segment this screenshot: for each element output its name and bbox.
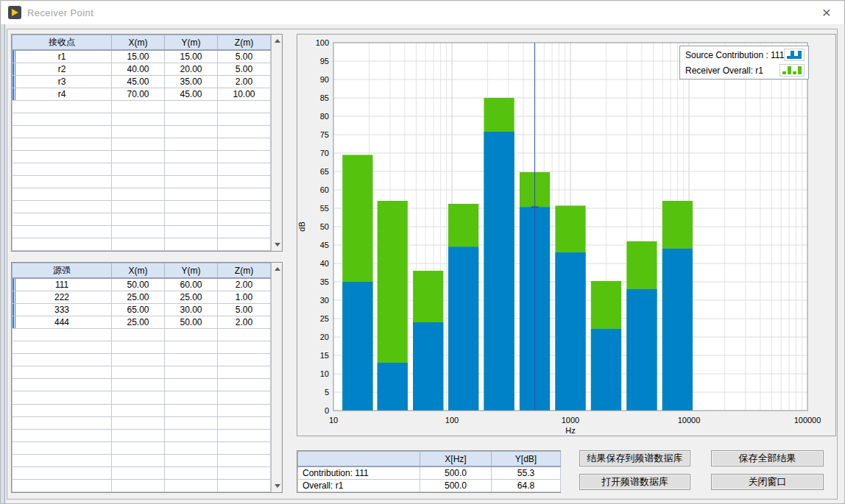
empty-cell[interactable]	[112, 329, 165, 341]
cell[interactable]: 50.00	[165, 316, 218, 329]
cell[interactable]: 2.00	[218, 316, 271, 329]
empty-cell[interactable]	[13, 163, 112, 176]
cell[interactable]: 1.00	[218, 291, 271, 304]
cell[interactable]: 60.00	[165, 278, 218, 291]
empty-cell[interactable]	[165, 341, 218, 354]
empty-cell[interactable]	[165, 188, 218, 201]
empty-cell[interactable]	[112, 379, 165, 391]
empty-cell[interactable]	[218, 329, 271, 341]
empty-cell[interactable]	[112, 126, 165, 138]
cell[interactable]: 45.00	[165, 88, 218, 101]
empty-cell[interactable]	[165, 354, 218, 366]
cell[interactable]: 35.00	[165, 76, 218, 88]
legend-entry[interactable]: Source Contribution : 111	[680, 47, 808, 63]
cell[interactable]: 222	[13, 291, 112, 304]
empty-cell[interactable]	[13, 101, 112, 113]
cell[interactable]: 25.00	[112, 291, 165, 304]
empty-cell[interactable]	[13, 329, 112, 341]
empty-cell[interactable]	[165, 163, 218, 176]
empty-cell[interactable]	[112, 454, 165, 466]
cell[interactable]: r2	[13, 63, 112, 76]
empty-cell[interactable]	[218, 479, 271, 491]
cell[interactable]: r4	[13, 88, 112, 101]
empty-cell[interactable]	[13, 176, 112, 188]
empty-cell[interactable]	[218, 126, 271, 138]
empty-cell[interactable]	[218, 151, 271, 163]
empty-cell[interactable]	[218, 366, 271, 379]
cell[interactable]: 20.00	[165, 63, 218, 76]
empty-cell[interactable]	[13, 238, 112, 251]
empty-cell[interactable]	[13, 188, 112, 201]
empty-cell[interactable]	[112, 138, 165, 151]
empty-cell[interactable]	[112, 188, 165, 201]
empty-cell[interactable]	[165, 201, 218, 213]
empty-cell[interactable]	[165, 126, 218, 138]
cell[interactable]: 5.00	[218, 304, 271, 316]
empty-cell[interactable]	[112, 479, 165, 491]
cell[interactable]: 45.00	[112, 76, 165, 88]
receiver-table-scrollbar[interactable]	[271, 35, 283, 251]
empty-cell[interactable]	[112, 416, 165, 429]
empty-cell[interactable]	[112, 176, 165, 188]
empty-cell[interactable]	[13, 441, 112, 454]
empty-cell[interactable]	[13, 126, 112, 138]
empty-cell[interactable]	[165, 441, 218, 454]
empty-cell[interactable]	[165, 366, 218, 379]
empty-cell[interactable]	[165, 479, 218, 491]
empty-cell[interactable]	[13, 404, 112, 416]
empty-cell[interactable]	[165, 416, 218, 429]
empty-cell[interactable]	[218, 441, 271, 454]
empty-cell[interactable]	[165, 329, 218, 341]
empty-cell[interactable]	[13, 466, 112, 479]
empty-cell[interactable]	[165, 138, 218, 151]
empty-cell[interactable]	[218, 404, 271, 416]
cell[interactable]: 70.00	[112, 88, 165, 101]
empty-cell[interactable]	[112, 466, 165, 479]
empty-cell[interactable]	[13, 379, 112, 391]
cell[interactable]: 5.00	[218, 50, 271, 63]
empty-cell[interactable]	[112, 441, 165, 454]
titlebar[interactable]: Receiver Point ×	[1, 1, 844, 24]
empty-cell[interactable]	[13, 226, 112, 238]
cell[interactable]: 5.00	[218, 63, 271, 76]
cell[interactable]: 444	[13, 316, 112, 329]
empty-cell[interactable]	[218, 238, 271, 251]
scroll-up-icon[interactable]	[272, 35, 283, 47]
spectrum-chart-svg[interactable]: 0510152025303540455055606570758085909510…	[297, 35, 835, 436]
cell[interactable]: r3	[13, 76, 112, 88]
empty-cell[interactable]	[218, 341, 271, 354]
empty-cell[interactable]	[218, 113, 271, 126]
empty-cell[interactable]	[112, 213, 165, 226]
save-results-to-spectrum-db-button[interactable]: 结果保存到频谱数据库	[579, 450, 690, 466]
close-window-button[interactable]: 关闭窗口	[711, 474, 824, 490]
empty-cell[interactable]	[112, 101, 165, 113]
save-all-results-button[interactable]: 保存全部结果	[711, 450, 824, 466]
cell[interactable]: 10.00	[218, 88, 271, 101]
empty-cell[interactable]	[218, 201, 271, 213]
empty-cell[interactable]	[112, 429, 165, 441]
empty-cell[interactable]	[218, 466, 271, 479]
empty-cell[interactable]	[112, 238, 165, 251]
empty-cell[interactable]	[112, 163, 165, 176]
empty-cell[interactable]	[13, 341, 112, 354]
empty-cell[interactable]	[13, 138, 112, 151]
empty-cell[interactable]	[165, 213, 218, 226]
empty-cell[interactable]	[218, 429, 271, 441]
cell[interactable]: 2.00	[218, 76, 271, 88]
empty-cell[interactable]	[13, 213, 112, 226]
scroll-down-icon[interactable]	[272, 238, 283, 251]
empty-cell[interactable]	[112, 391, 165, 404]
scroll-down-icon[interactable]	[272, 480, 283, 492]
empty-cell[interactable]	[165, 391, 218, 404]
empty-cell[interactable]	[13, 416, 112, 429]
cell[interactable]: 15.00	[112, 50, 165, 63]
empty-cell[interactable]	[165, 454, 218, 466]
empty-cell[interactable]	[165, 113, 218, 126]
empty-cell[interactable]	[13, 429, 112, 441]
empty-cell[interactable]	[165, 101, 218, 113]
empty-cell[interactable]	[13, 366, 112, 379]
empty-cell[interactable]	[165, 176, 218, 188]
empty-cell[interactable]	[13, 201, 112, 213]
empty-cell[interactable]	[218, 188, 271, 201]
bar-plot-style-icon[interactable]	[779, 64, 805, 77]
